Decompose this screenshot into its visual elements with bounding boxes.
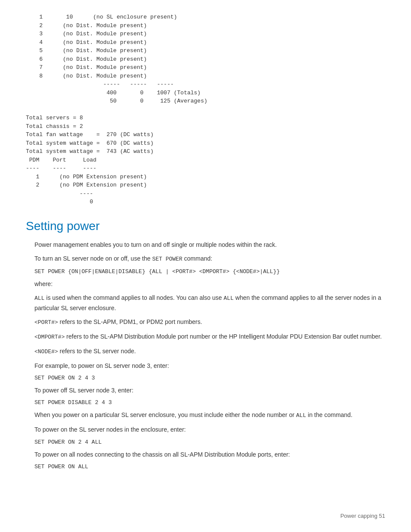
def1-code2: ALL bbox=[224, 295, 234, 302]
paragraph-2: To turn an SL server node on or off, use… bbox=[34, 254, 385, 264]
def2-code: <PORT#> bbox=[34, 319, 58, 326]
example3-command: SET POWER ON 2 4 ALL bbox=[34, 439, 385, 445]
def3-code: <DMPORT#> bbox=[34, 334, 65, 340]
paragraph-1: Power management enables you to turn on … bbox=[34, 240, 385, 249]
def4-code: <NODE#> bbox=[34, 348, 58, 355]
example3-intro: To power on the SL server nodes in the e… bbox=[34, 425, 385, 434]
paragraph-3: When you power on a particular SL server… bbox=[34, 410, 385, 420]
definition-1: ALL is used when the command applies to … bbox=[34, 293, 385, 313]
example1-command: SET POWER ON 2 4 3 bbox=[34, 375, 385, 381]
example4-intro: To power on all nodes connecting to the … bbox=[34, 450, 385, 459]
para3-text-before: When you power on a particular SL server… bbox=[34, 411, 296, 418]
example2-intro: To power off SL server node 3, enter: bbox=[34, 386, 385, 395]
def3-text: refers to the SL-APM Distribution Module… bbox=[65, 333, 382, 340]
example2-command: SET POWER DISABLE 2 4 3 bbox=[34, 399, 385, 406]
section-heading: Setting power bbox=[26, 219, 385, 233]
para2-inline-code: SET POWER bbox=[152, 256, 182, 262]
example4-command: SET POWER ON ALL bbox=[34, 464, 385, 470]
where-label: where: bbox=[34, 279, 385, 289]
para3-text-after: in the command. bbox=[306, 411, 352, 418]
example1-intro: For example, to power on SL server node … bbox=[34, 361, 385, 370]
page-footer: Power capping 51 bbox=[340, 513, 385, 519]
section-content: Power management enables you to turn on … bbox=[26, 240, 385, 470]
definition-4: <NODE#> refers to the SL server node. bbox=[34, 346, 385, 357]
def2-text: refers to the SL-APM, PDM1, or PDM2 port… bbox=[58, 318, 202, 325]
command-line-1: SET POWER {ON|OFF|ENABLE|DISABLE} {ALL |… bbox=[34, 268, 385, 275]
page-container: 1 10 (no SL enclosure present) 2 (no Dis… bbox=[26, 13, 385, 470]
para3-code: ALL bbox=[296, 412, 306, 419]
para2-text-after: command: bbox=[182, 255, 212, 262]
top-code-block: 1 10 (no SL enclosure present) 2 (no Dis… bbox=[26, 13, 385, 206]
definition-2: <PORT#> refers to the SL-APM, PDM1, or P… bbox=[34, 317, 385, 327]
para2-text-before: To turn an SL server node on or off, use… bbox=[34, 255, 152, 262]
def1-code: ALL bbox=[34, 295, 44, 302]
definition-3: <DMPORT#> refers to the SL-APM Distribut… bbox=[34, 332, 385, 342]
def1-text1: is used when the command applies to all … bbox=[44, 294, 224, 301]
def4-text: refers to the SL server node. bbox=[58, 348, 136, 355]
